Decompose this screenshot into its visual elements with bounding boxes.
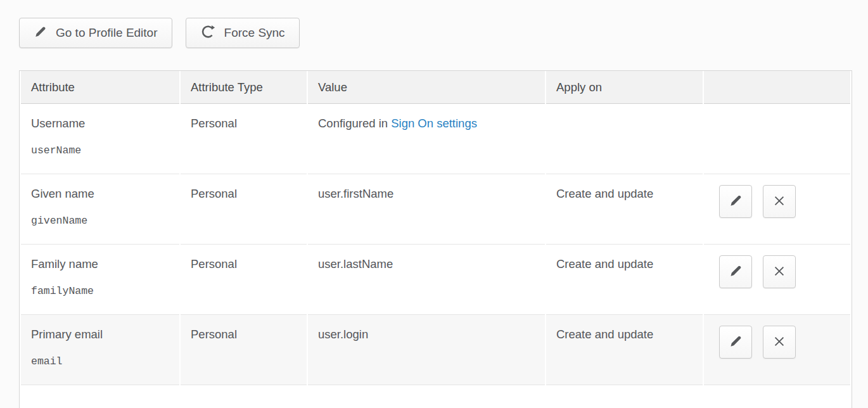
go-to-profile-editor-button[interactable]: Go to Profile Editor: [19, 18, 172, 48]
attribute-label: Family name: [31, 257, 98, 271]
row-actions: [714, 326, 844, 359]
table-row-family-name: Family name familyName Personal user.las…: [21, 245, 850, 315]
toolbar: Go to Profile Editor Force Sync: [19, 18, 300, 48]
attribute-type-cell: Personal: [181, 315, 307, 385]
table-empty-row: [21, 385, 850, 408]
row-actions: [714, 255, 844, 288]
apply-on-cell: Create and update: [546, 174, 703, 245]
attribute-label: Username: [31, 117, 85, 130]
attribute-variable-name: email: [31, 355, 173, 367]
column-header-apply-on: Apply on: [546, 71, 703, 104]
go-to-profile-editor-label: Go to Profile Editor: [56, 26, 158, 40]
pencil-icon: [729, 334, 743, 350]
attribute-variable-name: givenName: [31, 215, 173, 227]
value-cell: user.firstName: [308, 174, 545, 245]
attribute-variable-name: userName: [31, 144, 173, 156]
column-header-value: Value: [308, 71, 545, 104]
column-header-actions: [704, 71, 850, 104]
edit-attribute-button[interactable]: [719, 255, 752, 288]
row-actions: [714, 185, 844, 218]
value-cell: user.login: [308, 315, 545, 385]
delete-attribute-button[interactable]: [763, 326, 796, 359]
force-sync-label: Force Sync: [224, 26, 285, 40]
attribute-type-cell: Personal: [181, 245, 307, 315]
table-row-given-name: Given name givenName Personal user.first…: [21, 174, 850, 245]
apply-on-cell: [546, 104, 703, 174]
attribute-mapping-table-container: Attribute Attribute Type Value Apply on …: [19, 70, 852, 408]
attribute-label: Given name: [31, 187, 94, 200]
attribute-variable-name: familyName: [31, 285, 173, 297]
table-row-username: Username userName Personal Configured in…: [21, 104, 850, 174]
apply-on-cell: Create and update: [546, 245, 703, 315]
table-row-primary-email: Primary email email Personal user.login …: [21, 315, 850, 385]
column-header-attribute: Attribute: [21, 71, 179, 104]
attribute-type-cell: Personal: [181, 104, 307, 174]
pencil-icon: [34, 25, 48, 42]
attribute-label: Primary email: [31, 328, 103, 341]
edit-attribute-button[interactable]: [719, 326, 752, 359]
table-header-row: Attribute Attribute Type Value Apply on: [21, 71, 850, 104]
pencil-icon: [729, 264, 743, 280]
refresh-icon: [200, 23, 216, 42]
edit-attribute-button[interactable]: [719, 185, 752, 218]
delete-attribute-button[interactable]: [763, 255, 796, 288]
value-text: Configured in: [318, 117, 391, 130]
close-icon: [772, 264, 786, 280]
value-cell: user.lastName: [308, 245, 545, 315]
attribute-mapping-table: Attribute Attribute Type Value Apply on …: [20, 71, 852, 408]
column-header-attribute-type: Attribute Type: [181, 71, 307, 104]
sign-on-settings-link[interactable]: Sign On settings: [391, 117, 477, 130]
attribute-type-cell: Personal: [181, 174, 307, 245]
close-icon: [772, 335, 786, 350]
pencil-icon: [729, 193, 743, 210]
apply-on-cell: Create and update: [546, 315, 703, 385]
force-sync-button[interactable]: Force Sync: [186, 18, 300, 48]
delete-attribute-button[interactable]: [763, 185, 796, 218]
close-icon: [772, 194, 786, 210]
